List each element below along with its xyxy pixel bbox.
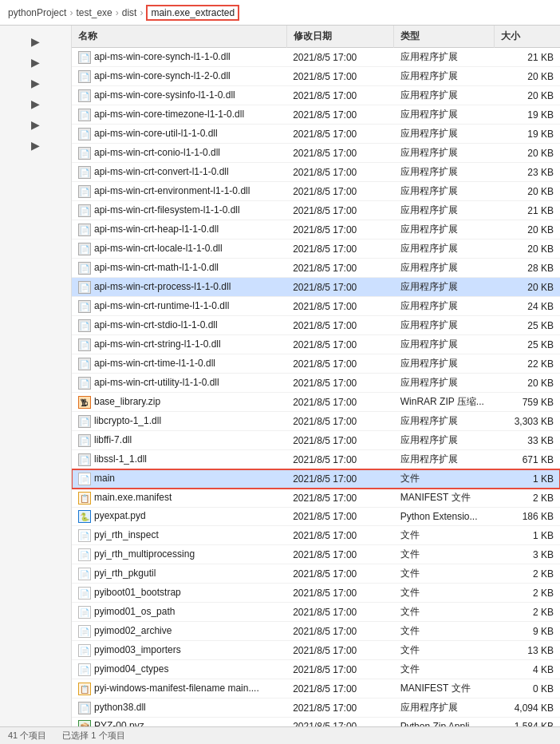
sidebar-arrow-4[interactable]: ▶ [28, 96, 44, 112]
col-header-type[interactable]: 类型 [394, 26, 494, 48]
file-type-cell: MANIFEST 文件 [394, 679, 494, 698]
table-row[interactable]: 📄api-ms-win-crt-heap-l1-1-0.dll2021/8/5 … [72, 220, 560, 239]
file-name: api-ms-win-core-sysinfo-l1-1-0.dll [94, 89, 235, 101]
file-date-cell: 2021/8/5 17:00 [286, 297, 394, 316]
table-row[interactable]: 📄pyimod02_archive2021/8/5 17:00文件9 KB [72, 622, 560, 641]
col-header-date[interactable]: 修改日期 [286, 26, 394, 48]
table-row[interactable]: 📄api-ms-win-core-synch-l1-2-0.dll2021/8/… [72, 67, 560, 86]
table-row[interactable]: 📄libssl-1_1.dll2021/8/5 17:00应用程序扩展671 K… [72, 450, 560, 469]
file-name-cell: 📄api-ms-win-crt-heap-l1-1-0.dll [72, 220, 286, 239]
table-row[interactable]: 📄pyimod01_os_path2021/8/5 17:00文件2 KB [72, 603, 560, 622]
table-row[interactable]: 📄pyimod03_importers2021/8/5 17:00文件13 KB [72, 641, 560, 660]
table-row[interactable]: 🐍pyexpat.pyd2021/8/5 17:00Python Extensi… [72, 508, 560, 526]
file-date-cell: 2021/8/5 17:00 [286, 622, 394, 641]
file-name: api-ms-win-core-util-l1-1-0.dll [94, 128, 218, 139]
file-date-cell: 2021/8/5 17:00 [286, 545, 394, 564]
table-row[interactable]: 📄pyi_rth_pkgutil2021/8/5 17:00文件2 KB [72, 564, 560, 584]
file-name-cell: 📄api-ms-win-crt-utility-l1-1-0.dll [72, 374, 286, 393]
file-type-cell: 文件 [394, 584, 494, 603]
file-name: base_library.zip [94, 396, 160, 407]
table-row[interactable]: 📄pyi_rth_inspect2021/8/5 17:00文件1 KB [72, 526, 560, 545]
status-selected: 已选择 1 个项目 [62, 730, 124, 742]
table-row[interactable]: 📄api-ms-win-crt-environment-l1-1-0.dll20… [72, 182, 560, 201]
table-row[interactable]: 📋pyi-windows-manifest-filename main....2… [72, 679, 560, 698]
table-row[interactable]: 📄api-ms-win-crt-string-l1-1-0.dll2021/8/… [72, 335, 560, 354]
file-type-cell: 应用程序扩展 [394, 412, 494, 431]
file-size-cell: 24 KB [494, 297, 560, 316]
table-row[interactable]: 📄python38.dll2021/8/5 17:00应用程序扩展4,094 K… [72, 698, 560, 718]
breadcrumb-item-3[interactable]: dist [122, 7, 137, 18]
table-row[interactable]: 📄api-ms-win-crt-math-l1-1-0.dll2021/8/5 … [72, 259, 560, 278]
status-item-count: 41 个项目 [8, 730, 46, 742]
breadcrumb-item-1[interactable]: pythonProject [8, 7, 66, 18]
file-name-cell: 📄api-ms-win-crt-process-l1-1-0.dll [72, 278, 286, 297]
sidebar-arrow-5[interactable]: ▶ [28, 117, 44, 133]
table-row[interactable]: 📄api-ms-win-core-util-l1-1-0.dll2021/8/5… [72, 125, 560, 144]
file-name: pyimod03_importers [94, 644, 181, 655]
table-row[interactable]: 📄api-ms-win-crt-runtime-l1-1-0.dll2021/8… [72, 297, 560, 316]
table-row[interactable]: 📄api-ms-win-crt-convert-l1-1-0.dll2021/8… [72, 163, 560, 182]
table-row[interactable]: 📄api-ms-win-crt-filesystem-l1-1-0.dll202… [72, 201, 560, 220]
table-row[interactable]: 📄libffi-7.dll2021/8/5 17:00应用程序扩展33 KB [72, 431, 560, 450]
file-date-cell: 2021/8/5 17:00 [286, 163, 394, 182]
table-row[interactable]: 📄api-ms-win-crt-conio-l1-1-0.dll2021/8/5… [72, 144, 560, 163]
table-row[interactable]: 📄api-ms-win-crt-time-l1-1-0.dll2021/8/5 … [72, 354, 560, 374]
file-size-cell: 3,303 KB [494, 412, 560, 431]
file-date-cell: 2021/8/5 17:00 [286, 660, 394, 679]
table-row[interactable]: 📄api-ms-win-crt-process-l1-1-0.dll2021/8… [72, 278, 560, 297]
table-row[interactable]: 📄api-ms-win-crt-locale-l1-1-0.dll2021/8/… [72, 239, 560, 259]
sidebar-arrow-3[interactable]: ▶ [28, 75, 44, 91]
file-type-cell: 应用程序扩展 [394, 182, 494, 201]
file-size-cell: 9 KB [494, 622, 560, 641]
col-header-name[interactable]: 名称 [72, 26, 286, 48]
file-type-cell: 应用程序扩展 [394, 163, 494, 182]
file-name: api-ms-win-crt-runtime-l1-1-0.dll [94, 300, 229, 311]
file-type-icon: 📄 [78, 702, 91, 714]
file-name: api-ms-win-crt-utility-l1-1-0.dll [94, 377, 219, 388]
file-type-cell: MANIFEST 文件 [394, 489, 494, 508]
file-date-cell: 2021/8/5 17:00 [286, 641, 394, 660]
file-name: api-ms-win-crt-time-l1-1-0.dll [94, 358, 215, 369]
file-name-cell: 📄main [72, 469, 286, 489]
sidebar-arrow-2[interactable]: ▶ [28, 54, 44, 70]
table-row[interactable]: 📄pyiboot01_bootstrap2021/8/5 17:00文件2 KB [72, 584, 560, 603]
table-row[interactable]: 📄api-ms-win-core-sysinfo-l1-1-0.dll2021/… [72, 86, 560, 105]
file-date-cell: 2021/8/5 17:00 [286, 354, 394, 374]
file-name-cell: 📄api-ms-win-core-synch-l1-1-0.dll [72, 48, 286, 67]
file-name: python38.dll [94, 702, 146, 713]
table-row[interactable]: 📄api-ms-win-crt-utility-l1-1-0.dll2021/8… [72, 374, 560, 393]
file-size-cell: 13 KB [494, 641, 560, 660]
file-name: api-ms-win-core-timezone-l1-1-0.dll [94, 109, 244, 120]
file-name-cell: 🐍pyexpat.pyd [72, 508, 286, 526]
file-name-cell: 📄python38.dll [72, 698, 286, 718]
file-size-cell: 20 KB [494, 67, 560, 86]
table-row[interactable]: 📄api-ms-win-core-synch-l1-1-0.dll2021/8/… [72, 48, 560, 67]
table-row[interactable]: 📋main.exe.manifest2021/8/5 17:00MANIFEST… [72, 489, 560, 508]
file-size-cell: 22 KB [494, 354, 560, 374]
file-size-cell: 1 KB [494, 526, 560, 545]
file-name-cell: 📄api-ms-win-crt-time-l1-1-0.dll [72, 354, 286, 374]
table-row[interactable]: 📄main2021/8/5 17:00文件1 KB [72, 469, 560, 489]
col-header-size[interactable]: 大小 [494, 26, 560, 48]
file-name-cell: 📄api-ms-win-core-util-l1-1-0.dll [72, 125, 286, 144]
table-row[interactable]: 📄libcrypto-1_1.dll2021/8/5 17:00应用程序扩展3,… [72, 412, 560, 431]
table-row[interactable]: 📄pyi_rth_multiprocessing2021/8/5 17:00文件… [72, 545, 560, 564]
file-size-cell: 20 KB [494, 278, 560, 297]
breadcrumb-item-2[interactable]: test_exe [76, 7, 112, 18]
file-type-cell: Python Extensio... [394, 508, 494, 526]
table-row[interactable]: 🗜base_library.zip2021/8/5 17:00WinRAR ZI… [72, 393, 560, 412]
file-date-cell: 2021/8/5 17:00 [286, 105, 394, 125]
file-size-cell: 25 KB [494, 335, 560, 354]
table-row[interactable]: 📄api-ms-win-crt-stdio-l1-1-0.dll2021/8/5… [72, 316, 560, 335]
file-name-cell: 📄api-ms-win-core-timezone-l1-1-0.dll [72, 105, 286, 125]
table-row[interactable]: 📄pyimod04_ctypes2021/8/5 17:00文件4 KB [72, 660, 560, 679]
sidebar-arrow-6[interactable]: ▶ [28, 137, 44, 153]
file-name: api-ms-win-crt-locale-l1-1-0.dll [94, 243, 223, 254]
file-name-cell: 📋pyi-windows-manifest-filename main.... [72, 679, 286, 698]
file-type-icon: 📄 [78, 548, 91, 561]
table-row[interactable]: 📄api-ms-win-core-timezone-l1-1-0.dll2021… [72, 105, 560, 125]
file-name-cell: 📄libcrypto-1_1.dll [72, 412, 286, 431]
file-name: api-ms-win-crt-process-l1-1-0.dll [94, 281, 231, 292]
sidebar-arrow-1[interactable]: ▶ [28, 34, 44, 49]
file-date-cell: 2021/8/5 17:00 [286, 259, 394, 278]
